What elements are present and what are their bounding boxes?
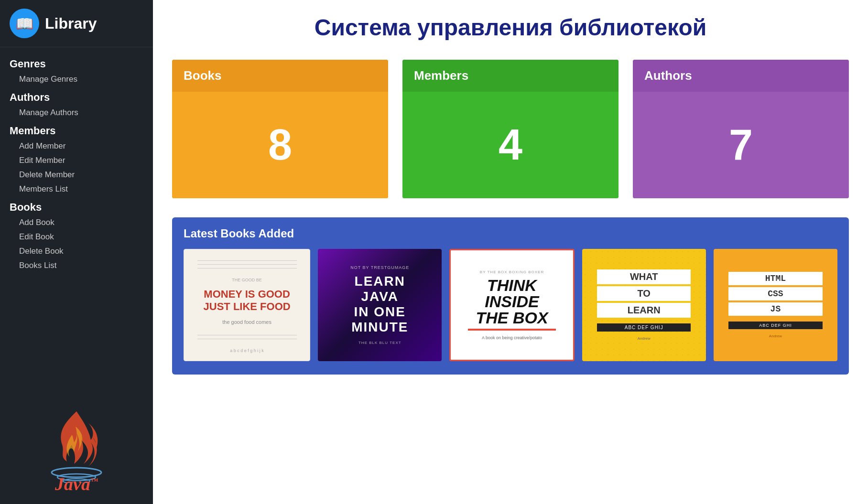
main-content: Система управления библиотекой Books 8 M…	[153, 0, 868, 504]
book-4-word-3: LEARN	[597, 303, 691, 318]
book-cover-5[interactable]: HTML CSS JS ABC DEF GHI Andrew	[714, 249, 837, 361]
stat-card-books-value: 8	[172, 92, 388, 198]
page-title: Система управления библиотекой	[172, 14, 849, 41]
stat-card-authors-header: Authors	[633, 60, 849, 92]
book-1-decoration	[197, 257, 297, 272]
book-1-subtitle: the good food comes	[222, 319, 271, 325]
book-3-underline	[468, 329, 556, 331]
book-2-top-text: NOT BY TRESTGUMAGE	[350, 265, 409, 270]
book-4-word-1: WHAT	[597, 269, 691, 284]
stat-card-members-header: Members	[402, 60, 618, 92]
stat-card-books-header: Books	[172, 60, 388, 92]
stat-card-members-value: 4	[402, 92, 618, 198]
book-1-bottom-text: a b c d e f g h i j k	[230, 348, 264, 353]
sidebar-item-members-list[interactable]: Members List	[0, 182, 153, 196]
stat-card-members[interactable]: Members 4	[402, 60, 618, 198]
book-3-subtitle: A book on being creative/potato	[482, 335, 542, 340]
book-1-decoration-bottom	[197, 332, 297, 343]
sidebar-item-add-book[interactable]: Add Book	[0, 215, 153, 230]
book-2-title: LEARNJAVAIN ONEMINUTE	[351, 274, 408, 335]
logo-text: Library	[45, 15, 97, 32]
sidebar-section-books[interactable]: Books	[0, 196, 153, 215]
book-5-content: HTML CSS JS ABC DEF GHI Andrew	[720, 272, 831, 338]
stat-card-authors[interactable]: Authors 7	[633, 60, 849, 198]
book-5-word-2: CSS	[728, 287, 823, 300]
book-cover-2[interactable]: NOT BY TRESTGUMAGE LEARNJAVAIN ONEMINUTE…	[318, 249, 442, 361]
book-5-badge: ABC DEF GHI	[728, 322, 823, 329]
java-text: Java™	[55, 473, 98, 494]
sidebar-item-books-list[interactable]: Books List	[0, 258, 153, 273]
sidebar-item-manage-genres[interactable]: Manage Genres	[0, 72, 153, 86]
java-flame-icon	[43, 407, 110, 483]
sidebar-nav: Genres Manage Genres Authors Manage Auth…	[0, 47, 153, 397]
book-4-word-2: TO	[597, 286, 691, 301]
sidebar-section-members[interactable]: Members	[0, 120, 153, 139]
book-5-word-3: JS	[728, 302, 823, 316]
sidebar: 📖 Library Genres Manage Genres Authors M…	[0, 0, 153, 504]
sidebar-item-manage-authors[interactable]: Manage Authors	[0, 106, 153, 120]
book-4-badge: ABC DEF GHIJ	[597, 323, 691, 332]
sidebar-item-edit-book[interactable]: Edit Book	[0, 230, 153, 244]
book-2-bottom-text: THE BLK BLU TEXT	[358, 341, 401, 345]
book-cover-4[interactable]: WHAT TO LEARN ABC DEF GHIJ Andrew	[582, 249, 706, 361]
library-icon: 📖	[10, 9, 39, 38]
book-4-content: WHAT TO LEARN ABC DEF GHIJ Andrew	[589, 269, 699, 341]
book-3-author: BY THE BOX BOXING BOXER	[480, 270, 544, 274]
sidebar-item-delete-member[interactable]: Delete Member	[0, 168, 153, 182]
sidebar-item-edit-member[interactable]: Edit Member	[0, 153, 153, 168]
latest-books-title: Latest Books Added	[184, 227, 837, 240]
book-1-top-text: THE GOOD BE	[232, 278, 262, 282]
book-4-author: Andrew	[638, 336, 651, 341]
stat-card-authors-value: 7	[633, 92, 849, 198]
sidebar-section-authors[interactable]: Authors	[0, 86, 153, 106]
sidebar-item-add-member[interactable]: Add Member	[0, 139, 153, 153]
java-logo-area: Java™	[0, 397, 153, 504]
books-row: THE GOOD BE MONEY IS GOOD JUST LIKE FOOD…	[184, 249, 837, 361]
latest-books-section: Latest Books Added THE GOOD BE MONEY IS …	[172, 217, 849, 375]
book-5-word-1: HTML	[728, 272, 823, 285]
sidebar-logo: 📖 Library	[0, 0, 153, 47]
book-3-title: THINKINSIDETHE BOX	[476, 277, 548, 326]
stats-row: Books 8 Members 4 Authors 7	[172, 60, 849, 198]
book-1-title: MONEY IS GOOD JUST LIKE FOOD	[192, 288, 302, 313]
book-5-author: Andrew	[769, 334, 782, 338]
sidebar-section-genres[interactable]: Genres	[0, 53, 153, 72]
book-cover-1[interactable]: THE GOOD BE MONEY IS GOOD JUST LIKE FOOD…	[184, 249, 310, 361]
stat-card-books[interactable]: Books 8	[172, 60, 388, 198]
sidebar-item-delete-book[interactable]: Delete Book	[0, 244, 153, 258]
book-cover-3[interactable]: BY THE BOX BOXING BOXER THINKINSIDETHE B…	[449, 249, 574, 361]
